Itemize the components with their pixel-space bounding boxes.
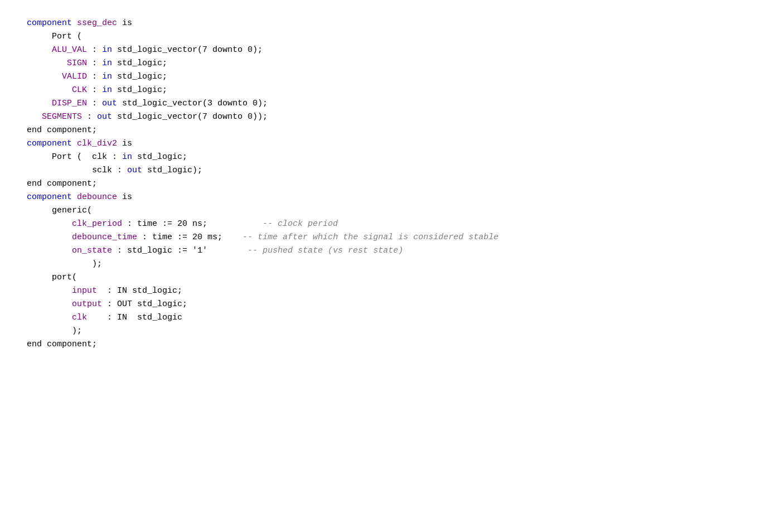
code-token: port( bbox=[17, 273, 77, 282]
code-token: : time := 20 ns; bbox=[122, 219, 207, 229]
code-token: ); bbox=[17, 259, 102, 269]
code-line: component sseg_dec is bbox=[17, 17, 763, 30]
code-token: : bbox=[82, 112, 97, 122]
code-line: DISP_EN : out std_logic_vector(3 downto … bbox=[17, 97, 763, 110]
code-token: : time := 20 ms; bbox=[137, 233, 222, 242]
code-line: Port ( clk : in std_logic; bbox=[17, 151, 763, 164]
code-token: SEGMENTS bbox=[42, 112, 82, 122]
code-token: : std_logic := '1' bbox=[112, 246, 207, 255]
code-token: : IN std_logic bbox=[87, 313, 182, 322]
code-token bbox=[17, 139, 27, 148]
code-token: : bbox=[87, 45, 102, 55]
code-token: generic( bbox=[17, 206, 92, 215]
code-token bbox=[17, 45, 52, 55]
code-token: end component; bbox=[17, 340, 97, 349]
code-token: is bbox=[117, 18, 132, 28]
code-line: Port ( bbox=[17, 30, 763, 43]
code-line: debounce_time : time := 20 ms; -- time a… bbox=[17, 231, 763, 244]
code-token: component bbox=[27, 18, 72, 28]
code-token: ALU_VAL bbox=[52, 45, 87, 55]
code-token: std_logic_vector(3 downto 0); bbox=[117, 99, 268, 108]
code-line: SIGN : in std_logic; bbox=[17, 57, 763, 70]
code-token bbox=[17, 72, 62, 81]
code-token: DISP_EN bbox=[52, 99, 87, 108]
code-token: out bbox=[127, 166, 142, 175]
code-token: clk_period bbox=[72, 219, 122, 229]
code-token: -- time after which the signal is consid… bbox=[222, 233, 498, 242]
code-line: generic( bbox=[17, 204, 763, 217]
code-line: VALID : in std_logic; bbox=[17, 70, 763, 84]
code-token: std_logic); bbox=[142, 166, 202, 175]
code-token: out bbox=[102, 99, 117, 108]
code-token: in bbox=[122, 152, 132, 162]
code-token bbox=[72, 18, 77, 28]
code-token: clk bbox=[72, 313, 87, 322]
code-token: -- pushed state (vs rest state) bbox=[207, 246, 403, 255]
code-token: sseg_dec bbox=[77, 18, 117, 28]
code-line: SEGMENTS : out std_logic_vector(7 downto… bbox=[17, 110, 763, 124]
code-line: ); bbox=[17, 258, 763, 271]
code-token: input bbox=[72, 286, 97, 296]
code-line: ALU_VAL : in std_logic_vector(7 downto 0… bbox=[17, 43, 763, 57]
code-token: std_logic; bbox=[112, 85, 167, 95]
code-token: std_logic_vector(7 downto 0)); bbox=[112, 112, 268, 122]
code-token: ); bbox=[17, 326, 82, 336]
code-line: input : IN std_logic; bbox=[17, 284, 763, 298]
code-line: end component; bbox=[17, 124, 763, 137]
code-token: : bbox=[87, 85, 102, 95]
code-token bbox=[17, 246, 72, 255]
code-token: is bbox=[117, 139, 132, 148]
code-line: sclk : out std_logic); bbox=[17, 164, 763, 177]
code-token: : bbox=[87, 99, 102, 108]
code-token: out bbox=[97, 112, 112, 122]
code-token: Port ( bbox=[17, 32, 82, 41]
code-token bbox=[17, 299, 72, 309]
code-token: -- clock period bbox=[207, 219, 338, 229]
code-editor: component sseg_dec is Port ( ALU_VAL : i… bbox=[17, 11, 763, 357]
code-line: end component; bbox=[17, 177, 763, 191]
code-token bbox=[72, 192, 77, 202]
code-token: debounce bbox=[77, 192, 117, 202]
code-line: component debounce is bbox=[17, 191, 763, 204]
code-line: component clk_div2 is bbox=[17, 137, 763, 151]
code-token: debounce_time bbox=[72, 233, 137, 242]
code-line: on_state : std_logic := '1' -- pushed st… bbox=[17, 244, 763, 258]
code-token: : bbox=[87, 72, 102, 81]
code-token: std_logic_vector(7 downto 0); bbox=[112, 45, 263, 55]
code-token: in bbox=[102, 45, 112, 55]
code-token: SIGN bbox=[67, 59, 87, 68]
code-token bbox=[17, 192, 27, 202]
code-token: on_state bbox=[72, 246, 112, 255]
code-token: Port ( clk : bbox=[17, 152, 122, 162]
code-token: sclk : bbox=[17, 166, 127, 175]
code-token: std_logic; bbox=[112, 59, 167, 68]
code-token: : OUT std_logic; bbox=[102, 299, 187, 309]
code-token: VALID bbox=[62, 72, 87, 81]
code-token bbox=[17, 233, 72, 242]
code-token: CLK bbox=[72, 85, 87, 95]
code-line: ); bbox=[17, 325, 763, 338]
code-token: end component; bbox=[17, 179, 97, 188]
code-token bbox=[17, 99, 52, 108]
code-token: : IN std_logic; bbox=[97, 286, 182, 296]
code-token: : bbox=[87, 59, 102, 68]
code-token bbox=[17, 219, 72, 229]
code-token bbox=[17, 286, 72, 296]
code-token bbox=[72, 139, 77, 148]
code-token: component bbox=[27, 192, 72, 202]
code-token: in bbox=[102, 85, 112, 95]
code-token bbox=[17, 313, 72, 322]
code-token bbox=[17, 18, 27, 28]
code-token: clk_div2 bbox=[77, 139, 117, 148]
code-token: std_logic; bbox=[132, 152, 187, 162]
code-line: CLK : in std_logic; bbox=[17, 84, 763, 97]
code-token bbox=[17, 85, 72, 95]
code-token: is bbox=[117, 192, 132, 202]
code-token: in bbox=[102, 59, 112, 68]
code-line: end component; bbox=[17, 338, 763, 351]
code-line: port( bbox=[17, 271, 763, 284]
code-token: std_logic; bbox=[112, 72, 167, 81]
code-line: output : OUT std_logic; bbox=[17, 298, 763, 311]
code-token: in bbox=[102, 72, 112, 81]
code-token: output bbox=[72, 299, 102, 309]
